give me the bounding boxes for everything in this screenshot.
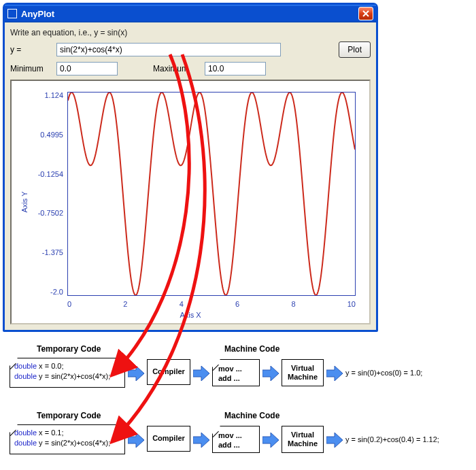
arrow-icon [262,366,279,381]
arrow-icon [193,366,209,381]
plot-panel: Axis Y Axis X 1.124 0.4995 -0.1254 -0.75… [10,80,371,324]
x-tick: 10 [347,300,356,308]
y-equals-label: y = [10,45,52,54]
compiler-box: Compiler [147,359,190,385]
x-tick: 2 [123,300,127,308]
arrow-icon [326,433,343,448]
code-text: x = 0.1; [37,429,63,437]
machinecode-box: mov ... add ... [212,359,260,386]
y-tick: 0.4995 [28,131,63,139]
maximum-label: Maximum [153,64,201,73]
maximum-input[interactable] [205,62,266,75]
chart-area: Axis Y Axis X 1.124 0.4995 -0.1254 -0.75… [18,88,362,316]
y-tick: -1.375 [28,248,63,256]
result-text: y = sin(0)+cos(0) = 1.0; [345,369,422,377]
x-tick: 8 [291,300,295,308]
minimum-label: Minimum [10,64,52,73]
titlebar: AnyPlot [5,5,376,22]
y-ticks: 1.124 0.4995 -0.1254 -0.7502 -1.375 -2.0 [28,91,63,296]
machinecode-box: mov ... add ... [212,426,260,453]
instruction-text: Write an equation, i.e., y = sin(x) [10,28,371,37]
keyword: double [14,439,37,447]
x-axis-label: Axis X [180,311,201,319]
y-tick: -2.0 [28,288,63,296]
keyword: double [14,372,37,380]
plot-box [67,92,356,296]
x-tick: 4 [180,300,184,308]
machinecode-header: Machine Code [224,344,279,354]
pipeline-diagram: Temporary Code Machine Code double x = 0… [0,344,476,470]
code-text: y = sin(2*x)+cos(4*x); [37,372,110,380]
x-ticks: 0 2 4 6 8 10 [67,300,356,308]
x-tick: 0 [67,300,71,308]
keyword: double [14,362,37,370]
tempcode-box: double x = 0.0; double y = sin(2*x)+cos(… [10,358,125,388]
tempcode-box: double x = 0.1; double y = sin(2*x)+cos(… [10,424,125,454]
pipeline-row: Temporary Code Machine Code double x = 0… [3,344,473,405]
arrow-icon [128,433,144,448]
app-icon [7,9,17,18]
arrow-icon [326,366,343,381]
arrow-icon [128,366,144,381]
x-tick: 6 [235,300,239,308]
result-text: y = sin(0.2)+cos(0.4) = 1.12; [345,435,439,443]
arrow-icon [262,433,279,448]
code-text: y = sin(2*x)+cos(4*x); [37,439,110,447]
machinecode-header: Machine Code [224,411,279,420]
app-window: AnyPlot Write an equation, i.e., y = sin… [3,3,378,332]
client-area: Write an equation, i.e., y = sin(x) y = … [5,22,376,330]
arrow-icon [193,433,209,448]
close-icon[interactable] [358,7,373,20]
window-title: AnyPlot [21,9,358,19]
y-tick: 1.124 [28,91,63,99]
pipeline-row: Temporary Code Machine Code double x = 0… [3,411,473,470]
keyword: double [14,429,37,437]
y-tick: -0.1254 [28,170,63,178]
equation-input[interactable] [56,43,281,56]
vm-box: Virtual Machine [282,426,324,453]
compiler-box: Compiler [147,426,190,452]
tempcode-header: Temporary Code [37,411,101,420]
vm-box: Virtual Machine [282,359,324,386]
plot-button[interactable]: Plot [339,41,371,58]
y-tick: -0.7502 [28,209,63,217]
tempcode-header: Temporary Code [37,344,101,354]
code-text: x = 0.0; [37,362,63,370]
minimum-input[interactable] [56,62,118,75]
